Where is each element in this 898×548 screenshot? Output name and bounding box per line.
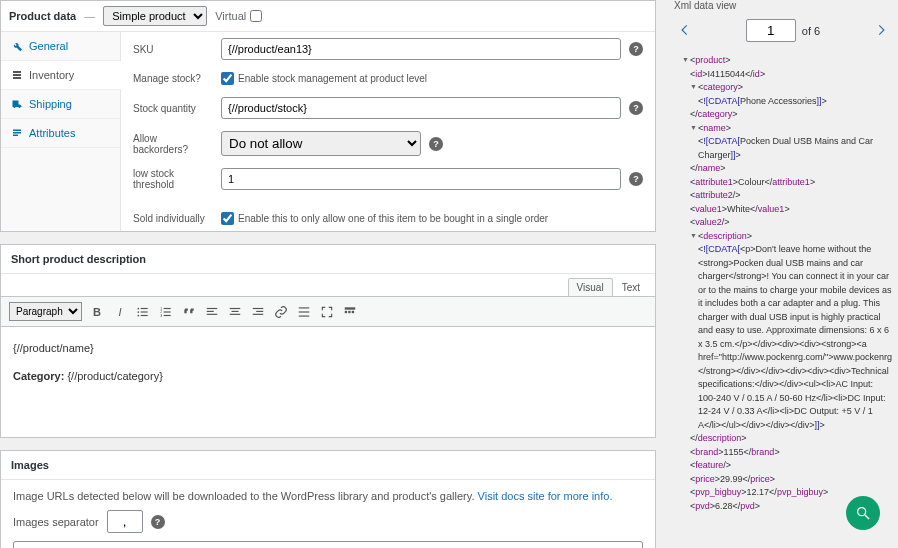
search-icon	[855, 505, 871, 521]
product-type-select[interactable]: Simple product	[103, 6, 207, 26]
images-sep-label: Images separator	[13, 516, 99, 528]
help-icon[interactable]: ?	[629, 42, 643, 56]
svg-rect-25	[345, 310, 347, 312]
svg-rect-16	[232, 310, 239, 311]
next-icon[interactable]	[874, 23, 888, 39]
svg-rect-5	[141, 314, 148, 315]
tab-general[interactable]: General	[1, 32, 120, 61]
images-panel: Images Image URLs detected below will be…	[0, 450, 656, 548]
page-input[interactable]	[746, 19, 796, 42]
sold-individually-checkbox[interactable]	[221, 212, 234, 225]
stock-qty-label: Stock quantity	[133, 103, 213, 114]
svg-rect-9	[164, 311, 171, 312]
xml-pager: of 6	[674, 17, 892, 44]
prev-icon[interactable]	[678, 23, 692, 39]
sku-input[interactable]	[221, 38, 621, 60]
manage-stock-label: Manage stock?	[133, 73, 213, 84]
desc-cat-value: {//product/category}	[67, 370, 162, 382]
ul-icon[interactable]	[135, 304, 151, 320]
xml-tree[interactable]: ▼<product><id>I4115044</id>▼<category><!…	[674, 54, 892, 514]
threshold-label: low stock threshold	[133, 168, 213, 190]
product-tabs: General Inventory Shipping Attributes	[1, 32, 121, 231]
help-icon[interactable]: ?	[629, 101, 643, 115]
editor-toolbar: Paragraph B I 123	[1, 296, 655, 327]
sold-label: Sold individually	[133, 213, 213, 224]
images-title: Images	[1, 451, 655, 480]
svg-rect-12	[207, 307, 218, 308]
manage-stock-checkbox[interactable]	[221, 72, 234, 85]
svg-rect-26	[348, 310, 350, 312]
svg-rect-21	[299, 307, 310, 308]
images-sep-input[interactable]	[107, 510, 143, 533]
tab-text[interactable]: Text	[613, 278, 649, 296]
svg-rect-22	[299, 311, 310, 312]
inventory-icon	[11, 69, 23, 81]
readmore-icon[interactable]	[296, 304, 312, 320]
xml-view-title: Xml data view	[674, 0, 892, 11]
svg-rect-19	[256, 310, 263, 311]
svg-rect-23	[299, 315, 310, 316]
image-url-input[interactable]	[13, 541, 643, 548]
toolbar-toggle-icon[interactable]	[342, 304, 358, 320]
backorder-select[interactable]: Do not allow	[221, 131, 421, 156]
sold-text: Enable this to only allow one of this it…	[238, 213, 548, 224]
align-right-icon[interactable]	[250, 304, 266, 320]
help-fab[interactable]	[846, 496, 880, 530]
tab-shipping[interactable]: Shipping	[1, 90, 120, 119]
help-icon[interactable]: ?	[429, 137, 443, 151]
help-icon[interactable]: ?	[151, 515, 165, 529]
attributes-icon	[11, 127, 23, 139]
short-desc-panel: Short product description Visual Text Pa…	[0, 244, 656, 438]
images-docs-link[interactable]: Visit docs site for more info.	[478, 490, 613, 502]
virtual-checkbox[interactable]	[250, 10, 262, 22]
svg-rect-14	[207, 313, 218, 314]
stock-qty-input[interactable]	[221, 97, 621, 119]
fullscreen-icon[interactable]	[319, 304, 335, 320]
svg-rect-20	[253, 313, 264, 314]
dash: —	[84, 10, 95, 22]
svg-text:3: 3	[160, 313, 162, 317]
bold-icon[interactable]: B	[89, 304, 105, 320]
svg-rect-24	[345, 307, 356, 309]
align-left-icon[interactable]	[204, 304, 220, 320]
threshold-input[interactable]	[221, 168, 621, 190]
panel-title: Product data	[9, 10, 76, 22]
truck-icon	[11, 98, 23, 110]
link-icon[interactable]	[273, 304, 289, 320]
svg-rect-27	[352, 310, 354, 312]
svg-rect-3	[141, 311, 148, 312]
align-center-icon[interactable]	[227, 304, 243, 320]
tab-visual[interactable]: Visual	[568, 278, 613, 296]
page-of: of 6	[802, 25, 820, 37]
svg-point-0	[137, 307, 139, 309]
svg-rect-11	[164, 314, 171, 315]
desc-cat-label: Category:	[13, 370, 67, 382]
help-icon[interactable]: ?	[629, 172, 643, 186]
wrench-icon	[11, 40, 23, 52]
svg-point-28	[858, 508, 866, 516]
quote-icon[interactable]	[181, 304, 197, 320]
ol-icon[interactable]: 123	[158, 304, 174, 320]
svg-rect-17	[230, 313, 241, 314]
desc-line-1: {//product/name}	[13, 339, 643, 359]
manage-stock-text: Enable stock management at product level	[238, 73, 427, 84]
backorder-label: Allow backorders?	[133, 133, 213, 155]
svg-rect-13	[207, 310, 214, 311]
svg-rect-7	[164, 307, 171, 308]
sku-label: SKU	[133, 44, 213, 55]
svg-point-4	[137, 314, 139, 316]
svg-rect-15	[230, 307, 241, 308]
images-info: Image URLs detected below will be downlo…	[13, 490, 478, 502]
italic-icon[interactable]: I	[112, 304, 128, 320]
svg-line-29	[865, 515, 869, 519]
editor-content[interactable]: {//product/name} Category: {//product/ca…	[1, 327, 655, 437]
short-desc-title: Short product description	[1, 245, 655, 274]
svg-rect-1	[141, 307, 148, 308]
tab-attributes[interactable]: Attributes	[1, 119, 120, 148]
tab-inventory[interactable]: Inventory	[1, 61, 121, 90]
svg-rect-18	[253, 307, 264, 308]
product-data-panel: Product data — Simple product Virtual Ge…	[0, 0, 656, 232]
svg-point-2	[137, 311, 139, 313]
virtual-label: Virtual	[215, 10, 246, 22]
format-select[interactable]: Paragraph	[9, 302, 82, 321]
